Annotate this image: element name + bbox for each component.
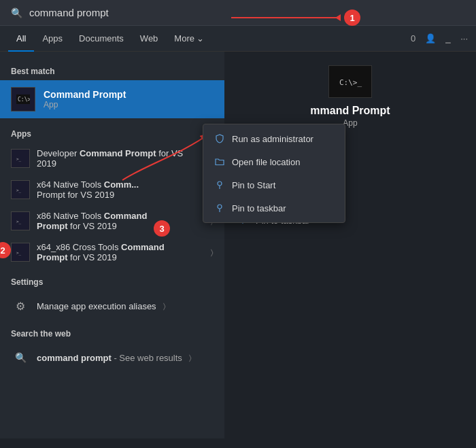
web-section-label: Search the web [0,324,224,343]
tab-web[interactable]: Web [132,26,167,52]
pin-taskbar-icon [214,203,225,213]
settings-item-app-aliases[interactable]: ⚙ Manage app execution aliases 〉 [0,291,224,321]
svg-text:C:\>_: C:\>_ [18,97,30,103]
dev-cmd-icon: >_ [11,149,30,168]
web-search-item[interactable]: 🔍 command prompt - See web results 〉 [0,343,224,373]
svg-text:>_: >_ [16,188,22,193]
context-pin-taskbar[interactable]: Pin to taskbar [203,196,345,220]
settings-section-label: Settings [0,272,224,291]
apps-section-label: Apps [0,124,224,143]
svg-text:C:\>_: C:\>_ [339,78,362,87]
profile-icon: 👤 [425,33,436,44]
shield-icon [214,133,225,144]
settings-item-text: Manage app execution aliases [37,301,156,311]
chevron-icon-4: 〉 [211,248,214,257]
svg-point-10 [218,182,222,186]
svg-text:>_: >_ [16,219,22,224]
tab-apps[interactable]: Apps [34,26,71,52]
list-item-x86-native[interactable]: >_ x86 Native Tools CommandPrompt for VS… [0,205,224,237]
window-minimize[interactable]: ⎯ [445,33,451,44]
web-search-icon: 🔍 [11,348,30,367]
x64-native-icon: >_ [11,180,30,199]
more-options-icon[interactable]: ··· [460,33,468,44]
nav-tabs: All Apps Documents Web More ⌄ 0 👤 ⎯ ··· [0,26,476,52]
web-chevron: 〉 [189,354,192,362]
preview-title: mmand Prompt [310,105,390,117]
folder-icon [214,156,225,167]
search-icon: 🔍 [11,7,22,18]
context-menu: Run as administrator Open file location … [203,124,345,223]
svg-point-11 [218,205,222,209]
left-panel: 2 Best match C:\>_ Command Prompt App Ap… [0,52,224,438]
best-match-item[interactable]: C:\>_ Command Prompt App [0,80,224,118]
settings-chevron: 〉 [163,302,166,311]
x64x86-icon: >_ [11,243,30,262]
settings-icon: ⚙ [11,296,30,315]
pin-start-icon [214,179,225,190]
tab-all[interactable]: All [8,26,34,52]
svg-text:>_: >_ [16,250,22,256]
svg-text:>_: >_ [16,156,22,162]
context-pin-start[interactable]: Pin to Start [203,173,345,196]
web-search-text: command prompt - See web results [37,353,182,363]
best-match-title: Command Prompt [44,89,126,100]
search-bar: 🔍 [0,0,476,26]
search-input[interactable] [29,7,465,18]
list-item-x64-x86[interactable]: >_ x64_x86 Cross Tools CommandPrompt for… [0,237,224,268]
best-match-subtitle: App [44,100,126,109]
main-content: 2 Best match C:\>_ Command Prompt App Ap… [0,52,476,438]
context-run-admin[interactable]: Run as administrator [203,127,345,150]
best-match-text: Command Prompt App [44,89,126,109]
right-panel: C:\>_ mmand Prompt App Run as administra… [224,52,476,438]
command-prompt-icon: C:\>_ [11,87,35,111]
preview-icon: C:\>_ [328,65,372,98]
nav-right: 0 👤 ⎯ ··· [411,33,468,44]
context-open-location[interactable]: Open file location [203,150,345,173]
list-item-developer-cmd[interactable]: >_ Developer Command Prompt for VS 2019 … [0,143,224,174]
list-item-x64-native[interactable]: >_ x64 Native Tools Comm... Prompt for V… [0,174,224,205]
tab-more[interactable]: More ⌄ [166,26,212,52]
x86-native-icon: >_ [11,211,30,230]
best-match-label: Best match [0,61,224,80]
tab-documents[interactable]: Documents [71,26,132,52]
